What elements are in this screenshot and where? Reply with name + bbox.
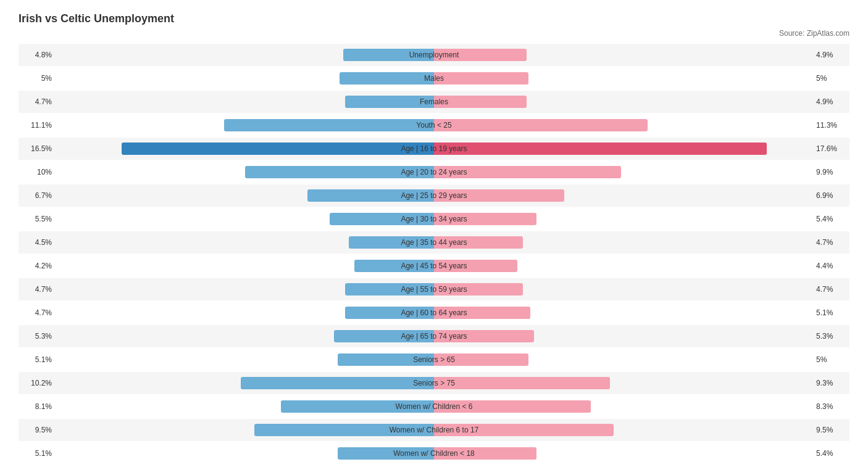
right-value: 5.4%	[812, 449, 849, 458]
left-value: 4.5%	[19, 238, 56, 247]
bars-area: Age | 55 to 59 years	[56, 278, 812, 300]
bar-pink-wrap	[434, 49, 527, 61]
right-value: 4.9%	[812, 51, 849, 59]
left-value: 5.1%	[19, 355, 56, 364]
right-value: 5.4%	[812, 215, 849, 223]
bar-blue	[343, 49, 434, 61]
bars-area: Seniors > 75	[56, 372, 812, 394]
bars-area: Youth < 25	[56, 114, 812, 136]
bar-blue-wrap	[345, 96, 434, 108]
bar-pink-wrap	[434, 213, 536, 225]
bars-area: Women w/ Children 6 to 17	[56, 419, 812, 441]
bars-area: Males	[56, 67, 812, 89]
bar-blue	[334, 330, 434, 342]
bar-pink-wrap	[434, 166, 621, 178]
left-value: 5.5%	[19, 215, 56, 223]
bar-pink-wrap	[434, 400, 591, 413]
left-value: 4.8%	[19, 51, 56, 59]
chart-title: Irish vs Celtic Unemployment	[19, 12, 849, 25]
bar-pink-wrap	[434, 447, 536, 460]
chart-row: 6.7%Age | 25 to 29 years6.9%	[19, 184, 849, 207]
right-value: 4.7%	[812, 238, 849, 247]
bars-area: Age | 45 to 54 years	[56, 255, 812, 277]
bar-blue-wrap	[281, 400, 434, 413]
chart-row: 5%Males5%	[19, 67, 849, 89]
chart-row: 11.1%Youth < 2511.3%	[19, 114, 849, 136]
bar-blue	[122, 143, 434, 155]
bar-pink	[434, 236, 523, 249]
bar-blue	[241, 377, 434, 389]
bar-blue-wrap	[338, 447, 434, 460]
left-value: 10.2%	[19, 379, 56, 387]
bar-blue-wrap	[354, 260, 434, 272]
bar-blue-wrap	[245, 166, 435, 178]
left-value: 6.7%	[19, 191, 56, 200]
bar-pink-wrap	[434, 283, 523, 295]
left-value: 4.7%	[19, 97, 56, 106]
bar-pink	[434, 260, 517, 272]
chart-container: 4.8%Unemployment4.9%5%Males5%4.7%Females…	[19, 44, 849, 467]
bars-area: Women w/ Children < 6	[56, 395, 812, 418]
bar-blue-wrap	[343, 49, 434, 61]
left-value: 5%	[19, 74, 56, 83]
bar-blue	[354, 260, 434, 272]
chart-row: 16.5%Age | 16 to 19 years17.6%	[19, 138, 849, 160]
bar-blue-wrap	[241, 377, 434, 389]
bar-blue-wrap	[345, 283, 434, 295]
right-value: 5%	[812, 355, 849, 364]
bars-area: Age | 65 to 74 years	[56, 325, 812, 347]
bar-blue	[281, 400, 434, 413]
left-value: 4.7%	[19, 285, 56, 294]
bar-blue	[338, 353, 434, 366]
bar-pink	[434, 96, 527, 108]
chart-row: 4.7%Age | 55 to 59 years4.7%	[19, 278, 849, 300]
bar-pink	[434, 213, 536, 225]
bar-pink	[434, 72, 528, 85]
bar-pink-wrap	[434, 424, 614, 436]
left-value: 4.2%	[19, 262, 56, 270]
left-value: 10%	[19, 168, 56, 176]
bar-pink	[434, 400, 591, 413]
bar-pink-wrap	[434, 119, 648, 131]
right-value: 4.9%	[812, 97, 849, 106]
left-value: 8.1%	[19, 402, 56, 411]
bar-blue	[349, 236, 434, 249]
bar-pink-wrap	[434, 260, 517, 272]
bars-area: Females	[56, 91, 812, 113]
bar-pink-wrap	[434, 330, 534, 342]
right-value: 5.3%	[812, 332, 849, 341]
chart-row: 4.5%Age | 35 to 44 years4.7%	[19, 231, 849, 254]
right-value: 11.3%	[812, 121, 849, 130]
bars-area: Unemployment	[56, 44, 812, 66]
left-value: 9.5%	[19, 426, 56, 434]
bar-pink	[434, 447, 536, 460]
bars-area: Women w/ Children < 18	[56, 442, 812, 465]
bar-blue	[338, 447, 434, 460]
bar-blue	[345, 283, 434, 295]
chart-row: 5.5%Age | 30 to 34 years5.4%	[19, 208, 849, 230]
chart-row: 10.2%Seniors > 759.3%	[19, 372, 849, 394]
bar-pink	[434, 377, 610, 389]
chart-row: 5.1%Seniors > 655%	[19, 349, 849, 371]
bar-pink-wrap	[434, 353, 528, 366]
right-value: 9.5%	[812, 426, 849, 434]
bar-pink	[434, 283, 523, 295]
bar-pink	[434, 353, 528, 366]
bar-blue-wrap	[122, 143, 434, 155]
bar-blue	[245, 166, 435, 178]
bar-blue-wrap	[330, 213, 434, 225]
bar-blue-wrap	[349, 236, 434, 249]
bar-pink-wrap	[434, 236, 523, 249]
bar-blue-wrap	[254, 424, 434, 436]
chart-row: 10%Age | 20 to 24 years9.9%	[19, 161, 849, 183]
bar-blue-wrap	[334, 330, 434, 342]
chart-row: 4.7%Age | 60 to 64 years5.1%	[19, 302, 849, 324]
source-credit: Source: ZipAtlas.com	[19, 29, 849, 38]
bar-blue-wrap	[340, 72, 434, 85]
bar-pink	[434, 307, 530, 319]
chart-row: 4.7%Females4.9%	[19, 91, 849, 113]
right-value: 17.6%	[812, 144, 849, 153]
bars-area: Age | 35 to 44 years	[56, 231, 812, 254]
bar-blue-wrap	[338, 353, 434, 366]
left-value: 5.3%	[19, 332, 56, 341]
